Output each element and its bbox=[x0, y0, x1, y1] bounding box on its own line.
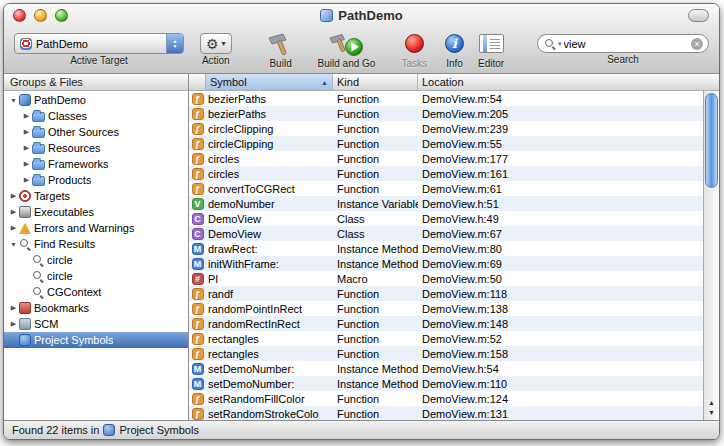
symbol-row[interactable]: initWithFrame:Instance MethodDemoView.m:… bbox=[189, 256, 703, 271]
disclosure-triangle-icon[interactable]: ▶ bbox=[21, 160, 32, 168]
search-glass-icon bbox=[32, 286, 44, 298]
sidebar-item-other-sources[interactable]: ▶Other Sources bbox=[4, 124, 188, 140]
sidebar-item-products[interactable]: ▶Products bbox=[4, 172, 188, 188]
column-header-location[interactable]: Location bbox=[418, 74, 719, 90]
search-scope-arrow-icon[interactable]: ▾ bbox=[558, 40, 562, 48]
search-field[interactable]: ▾ × bbox=[537, 34, 709, 53]
sidebar-item-errors-and-warnings[interactable]: ▶Errors and Warnings bbox=[4, 220, 188, 236]
sidebar-item-find-results[interactable]: ▼Find Results bbox=[4, 236, 188, 252]
groups-files-header[interactable]: Groups & Files bbox=[4, 74, 188, 91]
symbol-icon-cell bbox=[189, 363, 206, 375]
symbol-row[interactable]: bezierPathsFunctionDemoView.m:54 bbox=[189, 91, 703, 106]
symbol-row[interactable]: bezierPathsFunctionDemoView.m:205 bbox=[189, 106, 703, 121]
symbol-row[interactable]: setRandomStrokeColoFunctionDemoView.m:13… bbox=[189, 406, 703, 420]
sidebar-item-targets[interactable]: ▶Targets bbox=[4, 188, 188, 204]
title-area: PathDemo bbox=[4, 8, 719, 23]
function-icon bbox=[192, 93, 204, 105]
active-target-popup[interactable]: PathDemo ▲▼ bbox=[14, 33, 184, 54]
column-header-kind[interactable]: Kind bbox=[333, 74, 418, 90]
symbol-cell: randf bbox=[206, 288, 333, 300]
column-header-symbol[interactable]: Symbol ▲ bbox=[206, 74, 333, 90]
symbol-row[interactable]: PIMacroDemoView.m:50 bbox=[189, 271, 703, 286]
disclosure-triangle-icon[interactable]: ▶ bbox=[21, 128, 32, 136]
disclosure-triangle-icon[interactable]: ▶ bbox=[21, 144, 32, 152]
search-icon bbox=[544, 38, 556, 50]
symbol-cell: bezierPaths bbox=[206, 93, 333, 105]
sidebar-item-cgcontext[interactable]: CGContext bbox=[4, 284, 188, 300]
sidebar-item-label: Products bbox=[48, 174, 91, 186]
class-icon bbox=[192, 213, 204, 225]
build-and-go-item[interactable]: Build and Go bbox=[318, 30, 376, 69]
symbol-row[interactable]: DemoViewClassDemoView.h:49 bbox=[189, 211, 703, 226]
disclosure-triangle-icon[interactable]: ▶ bbox=[8, 304, 19, 312]
symbol-row[interactable]: circleClippingFunctionDemoView.m:55 bbox=[189, 136, 703, 151]
disclosure-triangle-icon[interactable]: ▶ bbox=[8, 224, 19, 232]
sidebar-item-classes[interactable]: ▶Classes bbox=[4, 108, 188, 124]
sidebar-item-executables[interactable]: ▶Executables bbox=[4, 204, 188, 220]
scrollbar-thumb[interactable] bbox=[705, 93, 718, 188]
disclosure-triangle-icon[interactable]: ▶ bbox=[21, 112, 32, 120]
function-icon bbox=[192, 408, 204, 420]
symbol-row[interactable]: randfFunctionDemoView.m:118 bbox=[189, 286, 703, 301]
sidebar-item-label: circle bbox=[47, 254, 73, 266]
symbol-row[interactable]: demoNumberInstance VariableDemoView.h:51 bbox=[189, 196, 703, 211]
symbol-row[interactable]: drawRect:Instance MethodDemoView.m:80 bbox=[189, 241, 703, 256]
disclosure-triangle-icon[interactable]: ▶ bbox=[8, 192, 19, 200]
zoom-button[interactable] bbox=[55, 9, 68, 22]
sidebar-item-bookmarks[interactable]: ▶Bookmarks bbox=[4, 300, 188, 316]
action-button[interactable]: ⚙ ▾ bbox=[200, 33, 232, 54]
symbol-row[interactable]: randomRectInRectFunctionDemoView.m:148 bbox=[189, 316, 703, 331]
vertical-scrollbar[interactable]: ▲ ▼ bbox=[703, 91, 719, 420]
symbol-row[interactable]: rectanglesFunctionDemoView.m:158 bbox=[189, 346, 703, 361]
disclosure-triangle-icon[interactable]: ▶ bbox=[21, 176, 32, 184]
disclosure-triangle-icon[interactable]: ▼ bbox=[8, 241, 19, 248]
symbol-row[interactable]: circlesFunctionDemoView.m:177 bbox=[189, 151, 703, 166]
symbol-row[interactable]: setRandomFillColorFunctionDemoView.m:124 bbox=[189, 391, 703, 406]
info-item[interactable]: i Info bbox=[445, 30, 464, 69]
executable-icon bbox=[19, 206, 31, 218]
column-header-symbol-label: Symbol bbox=[210, 76, 247, 88]
scroll-up-arrow-icon[interactable]: ▲ bbox=[704, 398, 719, 408]
disclosure-triangle-icon[interactable]: ▼ bbox=[8, 97, 19, 104]
symbol-row[interactable]: circleClippingFunctionDemoView.m:239 bbox=[189, 121, 703, 136]
location-cell: DemoView.m:61 bbox=[418, 183, 703, 195]
search-glass-icon bbox=[19, 238, 31, 250]
symbol-row[interactable]: setDemoNumber:Instance MethodDemoView.h:… bbox=[189, 361, 703, 376]
symbol-row[interactable]: randomPointInRectFunctionDemoView.m:138 bbox=[189, 301, 703, 316]
disclosure-triangle-icon[interactable]: ▶ bbox=[8, 320, 19, 328]
symbol-row[interactable]: circlesFunctionDemoView.m:161 bbox=[189, 166, 703, 181]
hammer-go-icon bbox=[328, 30, 364, 57]
kind-cell: Function bbox=[333, 288, 418, 300]
sidebar-item-scm[interactable]: ▶SCM bbox=[4, 316, 188, 332]
close-button[interactable] bbox=[13, 9, 26, 22]
active-target-icon bbox=[20, 38, 32, 50]
sidebar-item-circle[interactable]: circle bbox=[4, 252, 188, 268]
titlebar[interactable]: PathDemo bbox=[4, 4, 719, 26]
sidebar-item-project-symbols[interactable]: Project Symbols bbox=[4, 332, 188, 348]
symbol-row[interactable]: rectanglesFunctionDemoView.m:52 bbox=[189, 331, 703, 346]
symbol-row[interactable]: DemoViewClassDemoView.m:67 bbox=[189, 226, 703, 241]
sidebar-item-resources[interactable]: ▶Resources bbox=[4, 140, 188, 156]
symbol-row[interactable]: convertToCGRectFunctionDemoView.m:61 bbox=[189, 181, 703, 196]
minimize-button[interactable] bbox=[34, 9, 47, 22]
build-item[interactable]: Build bbox=[266, 30, 296, 69]
symbol-cell: drawRect: bbox=[206, 243, 333, 255]
column-header-kind-label: Kind bbox=[337, 76, 359, 88]
kind-cell: Class bbox=[333, 213, 418, 225]
location-cell: DemoView.m:54 bbox=[418, 93, 703, 105]
sidebar-item-label: circle bbox=[47, 270, 73, 282]
table-header: Symbol ▲ Kind Location bbox=[189, 74, 719, 91]
sidebar-item-pathdemo[interactable]: ▼PathDemo bbox=[4, 92, 188, 108]
traffic-lights bbox=[4, 9, 68, 22]
toolbar-toggle-button[interactable] bbox=[688, 9, 709, 22]
clear-search-button[interactable]: × bbox=[691, 38, 703, 50]
disclosure-triangle-icon[interactable]: ▶ bbox=[8, 208, 19, 216]
window-chrome: PathDemo PathDemo ▲▼ Active Target ⚙ bbox=[4, 4, 719, 74]
scroll-down-arrow-icon[interactable]: ▼ bbox=[704, 408, 719, 418]
editor-item[interactable]: Editor bbox=[478, 30, 504, 69]
symbol-icon-cell bbox=[189, 288, 206, 300]
sidebar-item-circle[interactable]: circle bbox=[4, 268, 188, 284]
search-input[interactable] bbox=[564, 38, 689, 50]
symbol-row[interactable]: setDemoNumber:Instance MethodDemoView.m:… bbox=[189, 376, 703, 391]
sidebar-item-frameworks[interactable]: ▶Frameworks bbox=[4, 156, 188, 172]
